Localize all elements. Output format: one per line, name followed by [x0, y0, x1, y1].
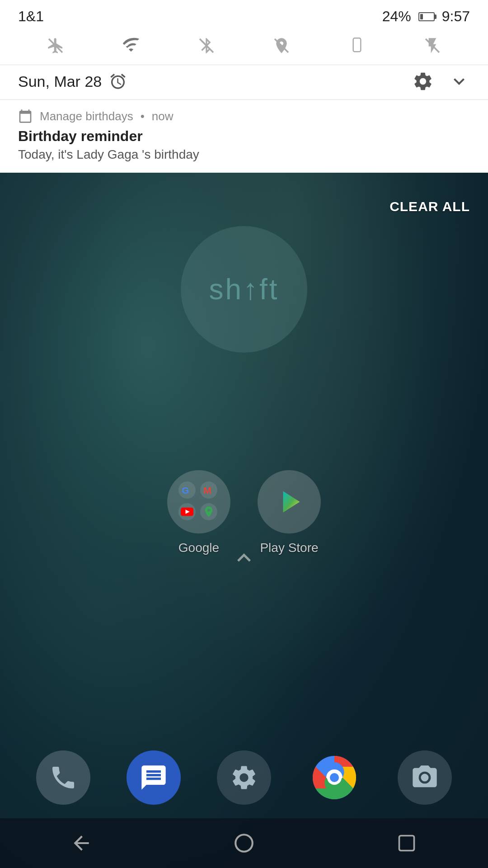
dock-camera-button[interactable] [398, 750, 452, 805]
up-chevron[interactable] [230, 542, 258, 567]
gmail-icon: M [200, 481, 217, 499]
playstore-label: Play Store [260, 541, 318, 555]
youtube-icon [178, 503, 196, 520]
status-icons-row [0, 29, 488, 65]
battery-percentage: 24% [382, 8, 411, 25]
svg-text:G: G [182, 485, 189, 495]
settings-icon[interactable] [412, 71, 434, 92]
dock-phone-button[interactable] [36, 750, 90, 805]
notification-header: Manage birthdays • now [18, 109, 470, 123]
google-g-icon: G [178, 481, 196, 499]
birthday-notification[interactable]: Manage birthdays • now Birthday reminder… [0, 100, 488, 173]
qs-action-icons[interactable] [412, 71, 470, 92]
notification-dot: • [141, 109, 145, 123]
date-display: Sun, Mar 28 [18, 72, 127, 90]
nav-bar [0, 818, 488, 868]
svg-text:M: M [203, 485, 211, 495]
flash-off-icon [421, 34, 444, 57]
maps-icon [200, 503, 217, 520]
wifi-icon [119, 34, 143, 57]
status-bar: 1&1 24% 9:57 [0, 0, 488, 29]
playstore-icon[interactable]: Play Store [258, 470, 321, 555]
google-grid: G M [178, 481, 219, 522]
shift-logo-text: sh↑ft [209, 273, 279, 306]
svg-rect-3 [353, 38, 361, 52]
dock-settings-button[interactable] [217, 750, 271, 805]
bluetooth-icon [195, 34, 218, 57]
clear-all-area[interactable]: CLEAR ALL [389, 199, 470, 214]
shift-logo: sh↑ft [181, 226, 307, 353]
svg-rect-14 [399, 836, 414, 851]
carrier-text: 1&1 [18, 8, 44, 25]
location-off-icon [270, 34, 293, 57]
nav-recents-button[interactable] [389, 825, 425, 861]
dock [0, 741, 488, 814]
notification-time: now [152, 109, 174, 123]
date-text: Sun, Mar 28 [18, 73, 102, 90]
dock-messages-button[interactable] [127, 750, 181, 805]
playstore-circle[interactable] [258, 470, 321, 533]
mobile-data-icon [345, 34, 369, 57]
time-display: 9:57 [442, 8, 470, 25]
svg-point-13 [235, 835, 253, 852]
play-triangle [271, 484, 307, 520]
notification-panel: 1&1 24% 9:57 [0, 0, 488, 173]
quick-settings-bar: Sun, Mar 28 [0, 65, 488, 99]
notification-source: Manage birthdays [40, 109, 133, 123]
status-bar-right: 24% 9:57 [382, 8, 470, 25]
notification-title: Birthday reminder [18, 128, 470, 145]
expand-icon[interactable] [448, 71, 470, 92]
airplane-mode-icon [44, 34, 67, 57]
google-label: Google [178, 541, 219, 555]
clear-all-button[interactable]: CLEAR ALL [389, 199, 470, 214]
nav-back-button[interactable] [63, 825, 99, 861]
dock-chrome-button[interactable] [307, 750, 361, 805]
svg-point-12 [330, 773, 339, 782]
nav-home-button[interactable] [226, 825, 262, 861]
notification-body: Today, it's Lady Gaga 's birthday [18, 147, 470, 162]
calendar-icon [18, 109, 33, 123]
google-folder-icon[interactable]: G M Google [167, 470, 230, 555]
google-circle[interactable]: G M [167, 470, 230, 533]
alarm-icon [109, 72, 127, 90]
battery-icon [418, 12, 435, 21]
